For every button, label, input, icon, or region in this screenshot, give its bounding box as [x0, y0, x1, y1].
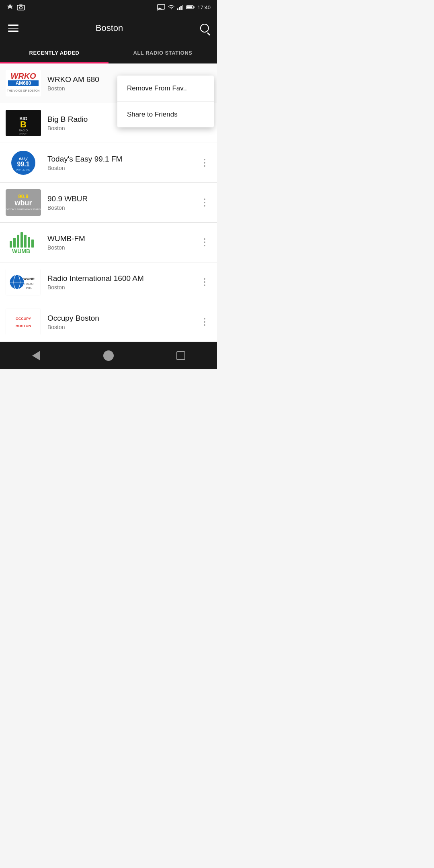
station-logo-occupy: OCCUPY BOSTON — [6, 309, 41, 335]
station-location-wbur: Boston — [47, 205, 198, 211]
context-menu-remove-fav[interactable]: Remove From Fav.. — [117, 76, 214, 102]
svg-text:99.1: 99.1 — [17, 161, 29, 168]
svg-rect-48 — [6, 309, 41, 335]
station-name-wbur: 90.9 WBUR — [47, 194, 198, 204]
svg-marker-0 — [7, 4, 13, 9]
svg-rect-8 — [180, 6, 182, 10]
svg-text:OCCUPY: OCCUPY — [16, 317, 31, 321]
svg-rect-32 — [10, 241, 12, 248]
svg-rect-11 — [187, 6, 192, 8]
svg-rect-37 — [28, 237, 30, 248]
svg-text:wbur: wbur — [14, 199, 32, 207]
svg-text:B: B — [20, 119, 27, 129]
context-menu-share-friends[interactable]: Share to Friends — [117, 102, 214, 127]
status-bar: 17:40 — [0, 0, 217, 14]
status-bar-right-icons: 17:40 — [157, 4, 211, 10]
station-item-easy991[interactable]: easy 99.1 WPL-M FM Today's Easy 99.1 FM … — [0, 143, 217, 183]
station-location-wumb: Boston — [47, 244, 198, 251]
station-logo-wrko: WRKO AM680 THE VOICE OF BOSTON — [6, 70, 41, 96]
person-icon — [6, 4, 14, 11]
station-info-easy991: Today's Easy 99.1 FM Boston — [47, 154, 198, 172]
station-location-occupy: Boston — [47, 324, 198, 330]
status-bar-left-icons — [6, 4, 25, 11]
station-name-wumb: WUMB-FM — [47, 234, 198, 244]
station-item-wrko[interactable]: WRKO AM680 THE VOICE OF BOSTON WRKO AM 6… — [0, 63, 217, 103]
signal-icon — [177, 4, 184, 10]
svg-text:#KPOP: #KPOP — [19, 133, 27, 135]
svg-text:BOSTON: BOSTON — [16, 324, 31, 328]
back-icon — [32, 351, 40, 360]
station-logo-easy991: easy 99.1 WPL-M FM — [6, 149, 41, 176]
station-item-occupy[interactable]: OCCUPY BOSTON Occupy Boston Boston — [0, 302, 217, 342]
svg-text:AM680: AM680 — [16, 80, 31, 86]
station-logo-wunr: WUNR RADIO INTL — [6, 269, 41, 295]
svg-rect-3 — [19, 4, 23, 6]
nav-home-button[interactable] — [96, 344, 121, 368]
svg-text:INTL: INTL — [26, 287, 32, 289]
toolbar-title: Boston — [96, 23, 123, 33]
tabs-bar: RECENTLY ADDED ALL RADIO STATIONS — [0, 42, 217, 63]
svg-text:BOSTON'S NPR® NEWS STATION: BOSTON'S NPR® NEWS STATION — [6, 208, 41, 211]
svg-rect-9 — [182, 5, 183, 10]
nav-back-button[interactable] — [24, 344, 48, 368]
station-list: WRKO AM680 THE VOICE OF BOSTON WRKO AM 6… — [0, 63, 217, 342]
home-icon — [103, 350, 114, 361]
svg-text:RADIO: RADIO — [19, 129, 28, 132]
svg-text:90.9: 90.9 — [18, 193, 28, 199]
station-item-wbur[interactable]: 90.9 wbur BOSTON'S NPR® NEWS STATION 90.… — [0, 183, 217, 223]
more-button-easy991[interactable] — [198, 156, 211, 170]
station-logo-wbur: 90.9 wbur BOSTON'S NPR® NEWS STATION — [6, 189, 41, 216]
tab-all-radio-stations[interactable]: ALL RADIO STATIONS — [108, 42, 217, 63]
svg-rect-12 — [194, 6, 194, 8]
recents-icon — [176, 351, 185, 360]
svg-text:WPL-M FM: WPL-M FM — [16, 169, 31, 172]
station-logo-bigb: BIG B RADIO #KPOP — [6, 110, 41, 136]
svg-text:WRKO: WRKO — [10, 72, 36, 80]
station-info-occupy: Occupy Boston Boston — [47, 313, 198, 331]
station-info-wbur: 90.9 WBUR Boston — [47, 194, 198, 211]
navigation-bar — [0, 342, 217, 369]
menu-button[interactable] — [8, 25, 18, 32]
cast-icon — [157, 4, 165, 10]
station-location-easy991: Boston — [47, 165, 198, 171]
svg-rect-35 — [20, 232, 23, 248]
station-name-occupy: Occupy Boston — [47, 313, 198, 323]
svg-rect-36 — [24, 235, 27, 248]
svg-text:RADIO: RADIO — [25, 283, 34, 285]
svg-text:WUNR: WUNR — [23, 277, 35, 281]
camera-icon — [17, 4, 25, 10]
station-item-wumb[interactable]: WUMB WUMB-FM Boston — [0, 223, 217, 262]
svg-rect-34 — [17, 235, 19, 248]
svg-rect-6 — [177, 8, 178, 10]
more-button-occupy[interactable] — [198, 315, 211, 329]
station-logo-wumb: WUMB — [6, 229, 41, 256]
time-display: 17:40 — [197, 4, 211, 10]
station-name-wunr: Radio International 1600 AM — [47, 274, 198, 284]
svg-text:easy: easy — [19, 156, 28, 161]
toolbar: Boston — [0, 14, 217, 42]
context-menu: Remove From Fav.. Share to Friends — [117, 76, 214, 127]
svg-text:WUMB: WUMB — [12, 248, 30, 254]
search-button[interactable] — [200, 24, 209, 33]
svg-text:THE VOICE OF BOSTON: THE VOICE OF BOSTON — [7, 89, 40, 92]
more-button-wunr[interactable] — [198, 275, 211, 289]
station-name-easy991: Today's Easy 99.1 FM — [47, 154, 198, 164]
station-info-wunr: Radio International 1600 AM Boston — [47, 274, 198, 291]
more-button-wumb[interactable] — [198, 235, 211, 249]
station-location-wunr: Boston — [47, 284, 198, 291]
tab-recently-added[interactable]: RECENTLY ADDED — [0, 42, 108, 63]
battery-icon — [186, 5, 195, 10]
svg-rect-33 — [13, 238, 16, 248]
wifi-icon — [168, 4, 175, 10]
svg-rect-7 — [179, 7, 180, 10]
svg-point-2 — [20, 6, 23, 9]
station-item-wunr[interactable]: WUNR RADIO INTL Radio International 1600… — [0, 262, 217, 302]
station-info-wumb: WUMB-FM Boston — [47, 234, 198, 251]
more-button-wbur[interactable] — [198, 196, 211, 209]
nav-recents-button[interactable] — [169, 344, 193, 368]
svg-rect-38 — [31, 240, 34, 248]
